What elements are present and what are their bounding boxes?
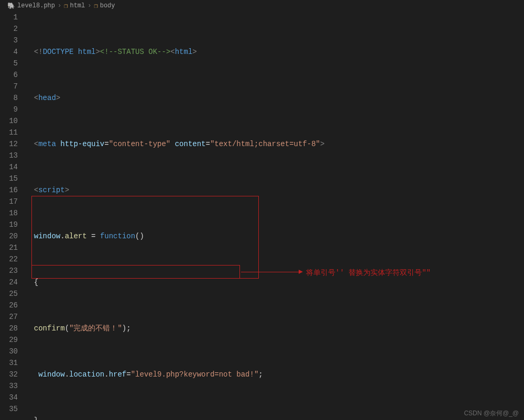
line-number: 8 — [0, 92, 18, 104]
annotation-text: 将单引号'' 替换为实体字符双引号"" — [306, 267, 431, 279]
line-number: 7 — [0, 81, 18, 92]
line-number: 11 — [0, 127, 18, 138]
line-number: 33 — [0, 380, 18, 392]
line-number: 23 — [0, 265, 18, 277]
line-number: 20 — [0, 230, 18, 242]
breadcrumb-file[interactable]: level8.php — [17, 2, 55, 9]
code-line[interactable]: window.alert = function() — [25, 230, 524, 242]
line-number: 10 — [0, 115, 18, 127]
line-number: 19 — [0, 219, 18, 230]
line-number: 16 — [0, 184, 18, 196]
line-number: 32 — [0, 369, 18, 380]
line-number: 13 — [0, 150, 18, 161]
annotation-arrow — [241, 272, 300, 272]
line-number: 3 — [0, 35, 18, 46]
code-area[interactable]: <!DOCTYPE html><!--STATUS OK--><html> <h… — [25, 12, 524, 420]
line-number: 35 — [0, 403, 18, 415]
code-line[interactable]: { — [25, 277, 524, 288]
line-number: 1 — [0, 12, 18, 23]
breadcrumb-seg[interactable]: html — [70, 2, 85, 9]
symbol-icon: ❐ — [64, 2, 68, 10]
symbol-icon: ❐ — [94, 2, 97, 10]
code-line[interactable]: <meta http-equiv="content-type" content=… — [25, 138, 524, 150]
line-number: 17 — [0, 196, 18, 207]
line-number: 9 — [0, 104, 18, 115]
code-line[interactable]: confirm("完成的不错！"); — [25, 323, 524, 334]
line-number: 27 — [0, 311, 18, 323]
line-number: 14 — [0, 161, 18, 173]
line-gutter: 1 2 3 4 5 6 7 8 9 10 11 12 13 14 15 16 1… — [0, 12, 25, 420]
code-line[interactable]: <script> — [25, 184, 524, 196]
chevron-icon: › — [88, 2, 91, 9]
line-number: 5 — [0, 58, 18, 69]
chevron-icon: › — [58, 2, 61, 9]
line-number: 12 — [0, 138, 18, 150]
php-file-icon: 🐘 — [7, 2, 15, 10]
line-number: 24 — [0, 277, 18, 288]
code-line[interactable]: window.location.href="level9.php?keyword… — [25, 369, 524, 380]
line-number: 22 — [0, 253, 18, 265]
annotation-arrow-head — [299, 270, 303, 274]
line-number: 21 — [0, 242, 18, 253]
code-line[interactable]: <head> — [25, 92, 524, 104]
line-number: 26 — [0, 300, 18, 311]
line-number: 31 — [0, 357, 18, 369]
watermark: CSDN @奈何@_@ — [464, 409, 519, 418]
breadcrumb-seg[interactable]: body — [100, 2, 115, 9]
editor[interactable]: 1 2 3 4 5 6 7 8 9 10 11 12 13 14 15 16 1… — [0, 12, 524, 420]
line-number: 34 — [0, 392, 18, 403]
breadcrumb: 🐘 level8.php › ❐ html › ❐ body — [0, 0, 524, 12]
line-number: 28 — [0, 323, 18, 334]
line-number: 25 — [0, 288, 18, 300]
line-number: 29 — [0, 334, 18, 346]
line-number: 2 — [0, 23, 18, 35]
line-number: 6 — [0, 69, 18, 81]
code-line[interactable]: } — [25, 415, 524, 420]
line-number: 30 — [0, 346, 18, 357]
line-number: 15 — [0, 173, 18, 184]
code-line[interactable]: <!DOCTYPE html><!--STATUS OK--><html> — [25, 46, 524, 58]
line-number: 18 — [0, 207, 18, 219]
line-number: 4 — [0, 46, 18, 58]
